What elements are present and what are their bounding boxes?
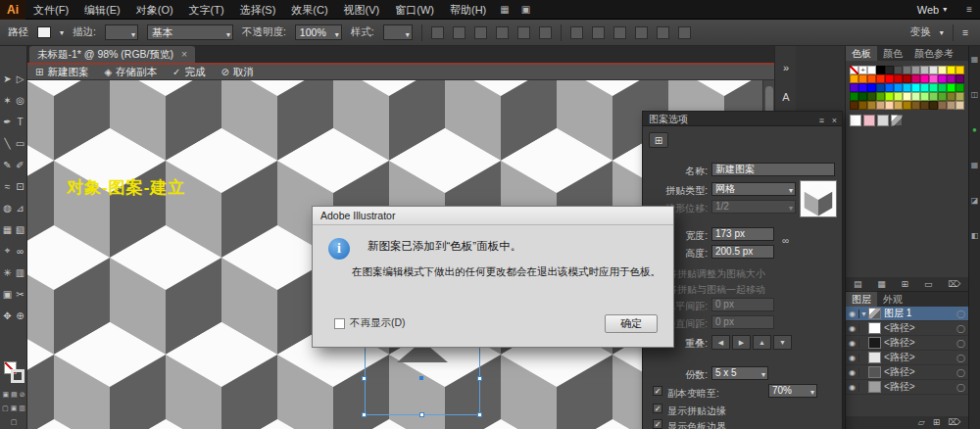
color-swatch[interactable] <box>885 66 894 74</box>
color-swatch[interactable] <box>920 74 929 83</box>
dock-icon[interactable]: ◧ <box>971 232 979 240</box>
color-swatch[interactable] <box>894 74 903 83</box>
close-icon[interactable]: × <box>832 114 837 128</box>
show-tile-edge-checkbox[interactable]: ✓ <box>653 404 662 413</box>
color-swatch[interactable] <box>938 101 947 110</box>
color-swatch[interactable] <box>903 74 911 83</box>
dock-icon[interactable]: ▦ <box>971 56 979 64</box>
color-swatch[interactable] <box>929 101 938 110</box>
dock-icon[interactable]: ◪ <box>971 197 979 205</box>
color-swatch[interactable] <box>867 66 876 74</box>
color-swatch[interactable] <box>903 66 911 74</box>
color-swatch[interactable] <box>938 74 947 83</box>
stroke-color-indicator[interactable] <box>11 369 24 383</box>
color-swatch[interactable] <box>956 83 964 92</box>
panel-tab[interactable]: 外观 <box>877 292 908 307</box>
color-swatch[interactable] <box>956 92 964 101</box>
workspace-switcher[interactable]: Web ▾ <box>917 4 960 16</box>
color-swatch[interactable] <box>911 66 920 74</box>
color-swatch[interactable] <box>850 74 858 83</box>
dock-icon[interactable]: ◫ <box>971 91 979 99</box>
swatch[interactable] <box>863 115 875 126</box>
menu-item[interactable]: 效果(C) <box>283 0 335 20</box>
color-swatch[interactable] <box>920 83 929 92</box>
color-swatch[interactable] <box>858 83 867 92</box>
target-icon[interactable]: ◯ <box>956 368 968 377</box>
none-swatch[interactable] <box>850 66 858 74</box>
color-swatch[interactable] <box>867 101 876 110</box>
gradient-tool[interactable]: ▧ <box>14 218 26 240</box>
layer-label[interactable]: <路径> <box>884 321 956 335</box>
visibility-eye-icon[interactable]: ◉ <box>846 324 859 333</box>
free-transform-tool[interactable]: ⊡ <box>14 175 26 197</box>
show-swatch-bounds-checkbox[interactable]: ✓ <box>653 419 662 429</box>
align-icon[interactable] <box>431 26 444 39</box>
color-swatch[interactable] <box>920 66 929 74</box>
draw-mode-icon[interactable]: ▥ <box>19 405 25 412</box>
zoom-tool[interactable]: ⊕ <box>14 305 26 326</box>
color-swatch[interactable] <box>929 83 938 92</box>
swatches-footer-icon[interactable]: ▤ <box>854 277 862 291</box>
blend-tool[interactable]: ∞ <box>14 240 26 262</box>
stroke-width-dropdown[interactable]: ▾ <box>105 24 138 40</box>
menu-item[interactable]: 视图(V) <box>336 0 388 20</box>
tile-type-select[interactable]: 网格 ▾ <box>711 182 796 196</box>
layer-row[interactable]: ◉ <路径> ◯ <box>846 365 968 380</box>
transform-label[interactable]: 变换 <box>910 25 931 39</box>
menu-item[interactable]: 帮助(H) <box>442 0 494 20</box>
overlap-direction-button[interactable]: ▼ <box>773 335 792 350</box>
menu-item[interactable]: 文件(F) <box>25 0 76 20</box>
artboard-tool[interactable]: ▣ <box>1 283 14 305</box>
column-graph-tool[interactable]: ▥ <box>14 262 26 283</box>
color-swatch[interactable] <box>858 74 867 83</box>
color-swatch[interactable] <box>867 74 876 83</box>
color-swatch[interactable] <box>885 83 894 92</box>
target-icon[interactable]: ◯ <box>956 354 968 362</box>
distribute-icon[interactable] <box>570 26 583 39</box>
layer-label[interactable]: <路径> <box>884 336 956 350</box>
color-swatch[interactable] <box>903 101 911 110</box>
align-icon[interactable] <box>453 26 466 39</box>
character-panel-icon[interactable]: A <box>775 91 797 103</box>
layers-footer-icon[interactable]: ⌦ <box>948 416 960 429</box>
color-swatch[interactable] <box>876 92 885 101</box>
color-swatch[interactable] <box>876 83 885 92</box>
menu-icon[interactable]: ≡ <box>960 4 980 15</box>
paintbrush-tool[interactable]: ✎ <box>1 154 14 175</box>
pencil-tool[interactable]: ✐ <box>14 154 26 175</box>
selection-handle[interactable] <box>362 376 367 381</box>
layers-footer-icon[interactable]: ⊞ <box>933 416 941 429</box>
panel-tab[interactable]: 颜色 <box>877 46 908 61</box>
hand-tool[interactable]: ✥ <box>1 305 14 326</box>
color-swatch[interactable] <box>867 92 876 101</box>
dock-icon[interactable]: ● <box>972 126 977 134</box>
menu-item[interactable]: 对象(O) <box>128 0 181 20</box>
layer-row[interactable]: ◉ <路径> ◯ <box>846 380 968 395</box>
selection-handle[interactable] <box>362 412 367 417</box>
expand-panels-icon[interactable]: » <box>775 62 797 73</box>
distribute-icon[interactable] <box>592 26 605 39</box>
color-swatch[interactable] <box>920 92 929 101</box>
color-swatch[interactable] <box>876 66 885 74</box>
distribute-icon[interactable] <box>635 26 648 39</box>
color-swatch[interactable] <box>947 74 956 83</box>
document-tab[interactable]: 未标题-1* @ 98% (RGB/预览) × <box>29 46 195 63</box>
panel-tab[interactable]: 色板 <box>846 46 877 61</box>
color-swatch[interactable] <box>876 101 885 110</box>
type-tool[interactable]: T <box>14 111 26 132</box>
color-swatch[interactable] <box>894 101 903 110</box>
swatches-footer-icon[interactable]: ▭ <box>924 277 933 291</box>
menu-item[interactable]: 文字(T) <box>181 0 232 20</box>
layer-row[interactable]: ◉ <路径> ◯ <box>846 336 968 351</box>
shape-builder-tool[interactable]: ◍ <box>1 197 14 218</box>
draw-mode-icon[interactable]: ▢ <box>2 405 9 412</box>
dim-copies-checkbox[interactable]: ✓ <box>653 386 662 396</box>
color-swatch[interactable] <box>947 101 956 110</box>
align-icon[interactable] <box>496 26 509 39</box>
color-swatch[interactable] <box>938 66 947 74</box>
dim-copies-select[interactable]: 70% ▾ <box>768 384 817 398</box>
target-icon[interactable]: ◯ <box>956 383 968 392</box>
visibility-eye-icon[interactable]: ◉ <box>846 368 859 377</box>
panel-tab[interactable]: 图层 <box>846 292 877 307</box>
brush-definition-dropdown[interactable]: 基本 ▾ <box>147 24 233 40</box>
